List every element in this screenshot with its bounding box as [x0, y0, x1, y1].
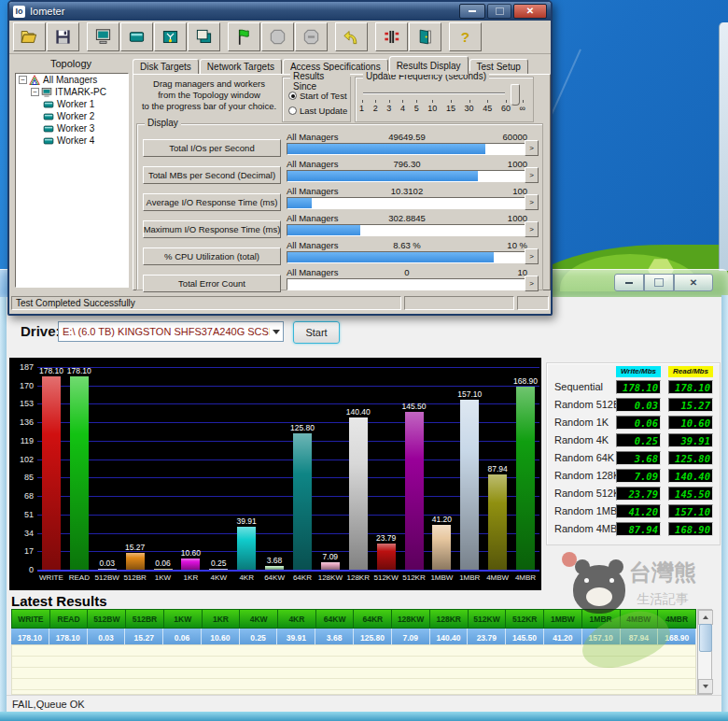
chart-bar-4kr: [237, 527, 256, 570]
y-axis-tick: 187: [9, 362, 34, 372]
metric-button[interactable]: Average I/O Response Time (ms): [143, 193, 281, 211]
computer-icon: [41, 87, 52, 98]
result-row-label: Random 128K: [554, 470, 620, 481]
close-button[interactable]: ✕: [513, 4, 547, 19]
minimize-button[interactable]: [614, 274, 644, 291]
tab-results-display[interactable]: Results Display: [389, 56, 469, 75]
latest-column-header: 1KR: [203, 609, 241, 629]
maximize-button[interactable]: [487, 4, 511, 19]
chart-bar-1kw: [154, 569, 173, 570]
chart-bar-value: 0.03: [91, 558, 124, 568]
latest-column-header: 512KR: [506, 609, 544, 629]
metric-progress-fill: [287, 171, 478, 181]
frequency-tick-10: 10: [427, 100, 437, 113]
tree-item-itmark-pc[interactable]: −ITMARK-PC: [16, 86, 128, 98]
metric-max: 10 %: [447, 240, 527, 251]
stop-test-button[interactable]: [261, 22, 294, 51]
arrow-down-icon: [703, 685, 708, 688]
abort-tests-button[interactable]: [375, 22, 408, 51]
collapse-icon[interactable]: −: [19, 76, 27, 84]
iometer-window: Io Iometer ✕ ? Topology −All Managers−IT…: [7, 0, 553, 316]
metric-value: 0: [367, 267, 447, 278]
tree-item-worker-3[interactable]: Worker 3: [16, 122, 128, 134]
scroll-up-button[interactable]: [698, 610, 713, 625]
benchmark-chart: 01734516885102119136153170187178.10WRITE…: [9, 358, 541, 590]
minimize-button[interactable]: [459, 4, 485, 19]
tree-item-all-managers[interactable]: −All Managers: [16, 74, 128, 86]
latest-results-scrollbar[interactable]: [697, 609, 712, 695]
metric-expand-button[interactable]: >: [525, 194, 539, 210]
result-row-label: Random 512K: [554, 488, 620, 499]
radio-label: Last Update: [300, 106, 347, 116]
start-manager-button[interactable]: [87, 22, 119, 51]
start-network-worker-button[interactable]: [154, 22, 187, 51]
managers-icon: [29, 75, 40, 86]
metric-value: 49649.59: [367, 132, 447, 143]
frequency-slider-track[interactable]: [363, 92, 505, 94]
help-button[interactable]: ?: [449, 22, 482, 51]
result-read-value: 168.90: [668, 522, 713, 536]
window-border-bottom: [0, 712, 728, 721]
chart-bar-1mbw: [432, 525, 451, 570]
stop-test-icon: [269, 28, 287, 46]
topology-tree: −All Managers−ITMARK-PCWorker 1Worker 2W…: [15, 73, 129, 288]
maximize-button[interactable]: [644, 274, 674, 291]
collapse-icon[interactable]: −: [31, 88, 39, 96]
metric-manager: All Managers: [287, 132, 367, 143]
metric-expand-button[interactable]: >: [525, 140, 539, 156]
tree-item-label: All Managers: [43, 75, 97, 85]
chart-gridline: [37, 570, 539, 572]
latest-column-header: 64KR: [354, 609, 392, 629]
chart-bar-1mbr: [460, 400, 479, 570]
tab-disk-targets[interactable]: Disk Targets: [133, 59, 199, 75]
scrollbar-thumb[interactable]: [699, 624, 712, 652]
start-button[interactable]: Start: [293, 321, 340, 344]
tab-network-targets[interactable]: Network Targets: [200, 59, 282, 75]
tree-item-worker-4[interactable]: Worker 4: [16, 134, 128, 147]
metric-expand-button[interactable]: >: [525, 276, 539, 291]
close-button[interactable]: ✕: [674, 274, 713, 291]
metric-button[interactable]: % CPU Utilization (total): [143, 247, 281, 265]
worker-icon: [43, 99, 54, 110]
worker-icon: [43, 111, 54, 122]
scroll-down-button[interactable]: [698, 679, 713, 694]
latest-column-header: WRITE: [11, 609, 50, 629]
chart-bar-value: 3.68: [258, 556, 291, 565]
tree-item-worker-2[interactable]: Worker 2: [16, 110, 128, 122]
latest-column-header: 512KW: [469, 609, 507, 629]
metric-progressbar: [287, 278, 527, 290]
radio-last-update[interactable]: Last Update: [288, 106, 347, 116]
metric-expand-button[interactable]: >: [525, 248, 539, 264]
start-tests-button[interactable]: [228, 22, 260, 51]
chart-bar-128kw: [321, 562, 340, 570]
save-file-button[interactable]: [47, 22, 79, 51]
metric-button[interactable]: Total Error Count: [143, 275, 281, 292]
metric-manager: All Managers: [287, 213, 367, 224]
metric-button[interactable]: Total MBs per Second (Decimal): [143, 166, 281, 184]
metric-max: 60000: [447, 132, 527, 143]
open-file-button[interactable]: [13, 22, 46, 51]
frequency-tick-3: 3: [386, 100, 391, 113]
reset-results-button[interactable]: [335, 22, 368, 51]
duplicate-worker-button[interactable]: [188, 22, 220, 51]
chart-bar-value: 157.10: [453, 389, 486, 399]
worker-icon: [43, 135, 54, 147]
start-disk-worker-button[interactable]: [120, 22, 153, 51]
chart-bar-value: 140.40: [342, 407, 375, 417]
metric-expand-button[interactable]: >: [525, 167, 539, 183]
metric-button[interactable]: Maximum I/O Response Time (ms): [143, 220, 281, 238]
metric-expand-button[interactable]: >: [525, 221, 539, 237]
exit-button[interactable]: [409, 22, 441, 51]
open-file-icon: [21, 28, 38, 46]
maximize-icon: [496, 7, 504, 15]
drive-select[interactable]: E:\ (6.0 TB) KINGSTON SHFS37A240G SCSI D…: [58, 321, 284, 342]
iometer-titlebar[interactable]: Io Iometer ✕: [9, 2, 551, 21]
radio-start-of-test[interactable]: Start of Test: [288, 91, 347, 101]
tree-item-worker-1[interactable]: Worker 1: [16, 98, 128, 110]
chart-bar-read: [70, 376, 89, 570]
stop-all-tests-button[interactable]: [295, 22, 328, 51]
metric-button[interactable]: Total I/Os per Second: [143, 139, 281, 157]
y-axis-tick: 119: [9, 436, 34, 445]
results-summary-panel: Write/MbsRead/MbsSequential178.10178.10R…: [546, 362, 721, 545]
tree-item-label: Worker 1: [57, 99, 94, 109]
